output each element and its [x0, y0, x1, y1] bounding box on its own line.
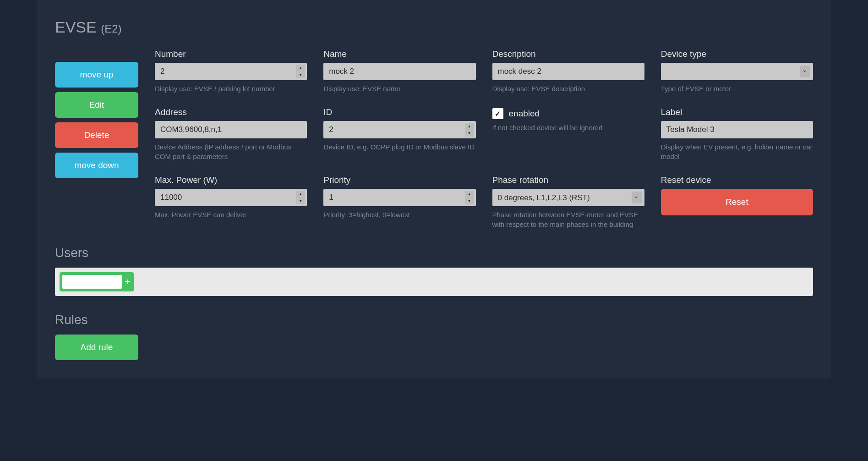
label-help: Display when EV present, e.g. holder nam…: [661, 142, 813, 161]
device-type-help: Type of EVSE or meter: [661, 84, 813, 93]
name-label: Name: [323, 49, 475, 59]
device-type-label: Device type: [661, 49, 813, 59]
page-title: EVSE (E2): [55, 18, 813, 36]
phase-rotation-select[interactable]: 0 degrees, L1,L2,L3 (RST): [492, 189, 644, 206]
priority-input[interactable]: [323, 189, 475, 206]
enabled-checkbox[interactable]: ✓: [492, 108, 503, 119]
user-add-input[interactable]: [62, 275, 122, 289]
max-power-label: Max. Power (W): [155, 175, 307, 185]
description-help: Display use: EVSE description: [492, 84, 644, 93]
description-input[interactable]: [492, 63, 644, 80]
max-power-help: Max. Power EVSE can deliver: [155, 210, 307, 220]
move-down-button[interactable]: move down: [55, 153, 138, 178]
rules-heading: Rules: [55, 313, 813, 327]
field-phase-rotation: Phase rotation 0 degrees, L1,L2,L3 (RST)…: [492, 175, 644, 229]
phase-rotation-help: Phase rotation between EVSE-meter and EV…: [492, 210, 644, 229]
name-help: Display use: EVSE name: [323, 84, 475, 93]
label-label: Label: [661, 107, 813, 117]
field-max-power: Max. Power (W) ▲▼ Max. Power EVSE can de…: [155, 175, 307, 229]
enabled-help: If not checked device will be ignored: [492, 123, 644, 132]
reset-button[interactable]: Reset: [661, 189, 813, 215]
delete-button[interactable]: Delete: [55, 122, 138, 148]
plus-icon[interactable]: +: [124, 277, 131, 287]
field-name: Name Display use: EVSE name: [323, 49, 475, 93]
id-input[interactable]: [323, 121, 475, 138]
field-device-type: Device type Type of EVSE or meter: [661, 49, 813, 93]
phase-rotation-label: Phase rotation: [492, 175, 644, 185]
title-main: EVSE: [55, 18, 97, 36]
field-id: ID ▲▼ Device ID, e.g. OCPP plug ID or Mo…: [323, 107, 475, 161]
reset-label: Reset device: [661, 175, 813, 185]
number-input[interactable]: [155, 63, 307, 80]
enabled-label: enabled: [509, 109, 540, 119]
id-help: Device ID, e.g. OCPP plug ID or Modbus s…: [323, 142, 475, 152]
field-address: Address Device Address (IP address / por…: [155, 107, 307, 161]
field-label: Label Display when EV present, e.g. hold…: [661, 107, 813, 161]
add-rule-button[interactable]: Add rule: [55, 335, 138, 360]
user-add-widget: +: [60, 272, 134, 291]
field-description: Description Display use: EVSE descriptio…: [492, 49, 644, 93]
address-label: Address: [155, 107, 307, 117]
name-input[interactable]: [323, 63, 475, 80]
address-input[interactable]: [155, 121, 307, 138]
priority-label: Priority: [323, 175, 475, 185]
number-help: Display use: EVSE / parking lot number: [155, 84, 307, 93]
move-up-button[interactable]: move up: [55, 62, 138, 88]
priority-help: Priority: 3=highest, 0=lowest: [323, 210, 475, 220]
edit-button[interactable]: Edit: [55, 92, 138, 118]
id-label: ID: [323, 107, 475, 117]
field-reset: Reset device Reset: [661, 175, 813, 229]
field-enabled: ✓ enabled If not checked device will be …: [492, 107, 644, 161]
title-suffix: (E2): [101, 22, 121, 35]
field-priority: Priority ▲▼ Priority: 3=highest, 0=lowes…: [323, 175, 475, 229]
description-label: Description: [492, 49, 644, 59]
max-power-input[interactable]: [155, 189, 307, 206]
address-help: Device Address (IP address / port or Mod…: [155, 142, 307, 161]
users-heading: Users: [55, 246, 813, 260]
users-bar: +: [55, 268, 813, 296]
label-input[interactable]: [661, 121, 813, 138]
field-number: Number ▲▼ Display use: EVSE / parking lo…: [155, 49, 307, 93]
device-type-select[interactable]: [661, 63, 813, 80]
number-label: Number: [155, 49, 307, 59]
